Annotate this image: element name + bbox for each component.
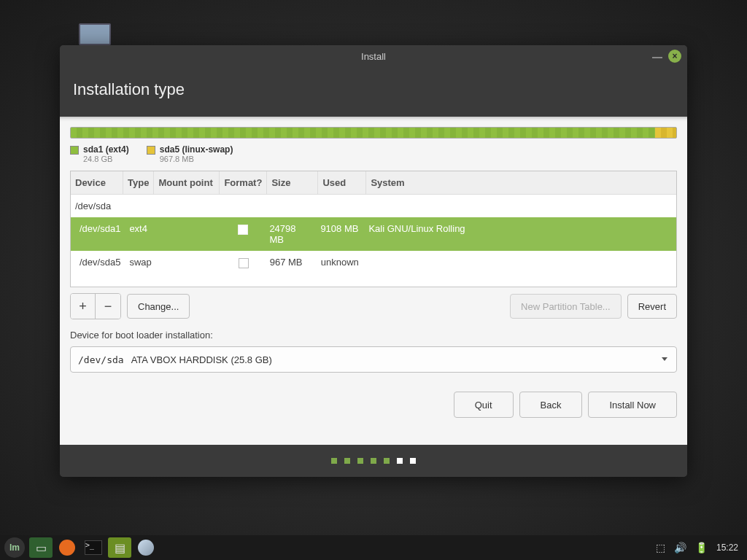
bootloader-device-select[interactable]: /dev/sda ATA VBOX HARDDISK (25.8 GB): [70, 346, 677, 373]
cell-system: [365, 254, 676, 271]
taskbar-show-desktop[interactable]: ▭: [29, 537, 53, 558]
page-heading: Installation type: [60, 67, 687, 117]
partition-legend: sda1 (ext4) 24.8 GB sda5 (linux-swap) 96…: [70, 144, 677, 163]
taskbar[interactable]: lm ▭ >_ ▤ ⬚ 🔊 🔋 15:22: [0, 535, 747, 560]
cell-system: Kali GNU/Linux Rolling: [364, 220, 676, 248]
cell-used: unknown: [317, 254, 365, 271]
table-row[interactable]: /dev/sda: [71, 195, 676, 217]
battery-icon[interactable]: 🔋: [695, 542, 708, 553]
revert-button[interactable]: Revert: [627, 294, 677, 319]
cell-mount: [156, 254, 222, 271]
legend-swatch-ext4: [70, 146, 79, 155]
progress-dot: [357, 458, 363, 464]
taskbar-firefox[interactable]: [55, 537, 79, 558]
partition-usage-bar[interactable]: [70, 127, 677, 139]
remove-partition-button[interactable]: −: [96, 294, 120, 319]
header-format[interactable]: Format?: [220, 171, 267, 194]
change-partition-button[interactable]: Change...: [127, 294, 190, 319]
partition-bar-sda5: [655, 128, 676, 138]
progress-dot: [344, 458, 350, 464]
cell-size: 24798 MB: [265, 220, 316, 248]
format-checkbox[interactable]: [239, 258, 249, 268]
cell-mount: [154, 198, 220, 214]
legend-swatch-swap: [147, 146, 155, 155]
taskbar-installer[interactable]: [134, 537, 158, 558]
install-now-button[interactable]: Install Now: [588, 392, 677, 418]
cell-type: ext4: [125, 220, 155, 248]
progress-dot: [371, 458, 376, 464]
start-menu-button[interactable]: lm: [3, 537, 26, 558]
network-icon[interactable]: ⬚: [656, 542, 665, 553]
cell-format: [220, 198, 263, 214]
cell-type: [123, 198, 154, 214]
table-row[interactable]: /dev/sda1ext424798 MB9108 MBKali GNU/Lin…: [71, 217, 676, 251]
cell-used: 9108 MB: [316, 220, 364, 248]
header-mount[interactable]: Mount point: [154, 171, 220, 194]
format-checkbox[interactable]: [238, 225, 248, 235]
legend-item-sda5: sda5 (linux-swap) 967.8 MB: [147, 144, 233, 163]
cell-mount: [155, 220, 221, 248]
table-row[interactable]: /dev/sda5swap967 MBunknown: [71, 251, 676, 274]
taskbar-terminal[interactable]: >_: [82, 537, 105, 558]
taskbar-clock[interactable]: 15:22: [716, 542, 738, 553]
wizard-nav: Quit Back Install Now: [70, 392, 677, 418]
cell-device: /dev/sda1: [71, 220, 125, 248]
cell-format: [221, 220, 265, 248]
header-size[interactable]: Size: [267, 171, 318, 194]
progress-dot: [331, 458, 337, 464]
cell-format: [222, 254, 266, 271]
cell-used: [314, 198, 363, 214]
window-title: Install: [361, 51, 386, 62]
minimize-button[interactable]: [652, 57, 662, 58]
volume-icon[interactable]: 🔊: [674, 542, 686, 553]
back-button[interactable]: Back: [519, 392, 583, 418]
wizard-progress-dots: [60, 445, 687, 477]
cell-device: /dev/sda: [71, 198, 123, 214]
taskbar-files[interactable]: ▤: [108, 537, 131, 558]
cell-system: [363, 198, 676, 214]
add-partition-button[interactable]: +: [71, 294, 96, 319]
header-used[interactable]: Used: [318, 171, 366, 194]
bootloader-label: Device for boot loader installation:: [70, 330, 677, 341]
partition-toolbar: + − Change... New Partition Table... Rev…: [70, 293, 677, 319]
cell-size: [263, 198, 314, 214]
header-system[interactable]: System: [366, 171, 676, 194]
titlebar[interactable]: Install ×: [60, 45, 687, 67]
partition-table-header: Device Type Mount point Format? Size Use…: [71, 171, 676, 195]
partition-table: Device Type Mount point Format? Size Use…: [70, 171, 677, 287]
installer-window: Install × Installation type sda1 (ext4) …: [60, 45, 687, 477]
partition-bar-sda1: [71, 128, 655, 138]
cell-size: 967 MB: [266, 254, 317, 271]
progress-dot: [397, 458, 403, 464]
legend-item-sda1: sda1 (ext4) 24.8 GB: [70, 144, 129, 163]
quit-button[interactable]: Quit: [454, 392, 514, 418]
cell-type: swap: [125, 254, 155, 271]
header-type[interactable]: Type: [123, 171, 154, 194]
new-partition-table-button: New Partition Table...: [510, 294, 622, 319]
cell-device: /dev/sda5: [71, 254, 125, 271]
chevron-down-icon: [662, 357, 667, 361]
progress-dot: [410, 458, 416, 464]
close-button[interactable]: ×: [668, 50, 681, 63]
header-device[interactable]: Device: [71, 171, 123, 194]
progress-dot: [384, 458, 390, 464]
